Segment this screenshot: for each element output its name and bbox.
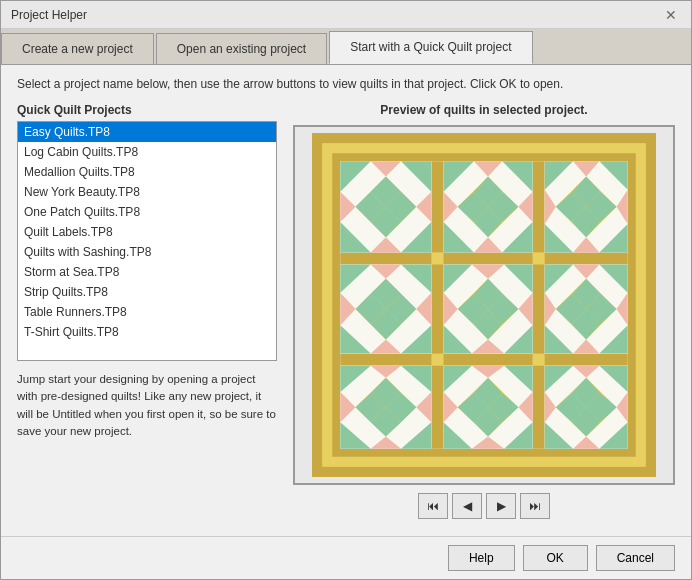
list-item-strip[interactable]: Strip Quilts.TP8 (18, 282, 276, 302)
navigation-buttons: ⏮ ◀ ▶ ⏭ (418, 493, 550, 519)
list-item-log[interactable]: Log Cabin Quilts.TP8 (18, 142, 276, 162)
tab-bar: Create a new project Open an existing pr… (1, 29, 691, 65)
preview-label: Preview of quilts in selected project. (380, 103, 587, 117)
preview-area (293, 125, 675, 485)
svg-rect-11 (533, 354, 545, 366)
main-area: Quick Quilt Projects Easy Quilts.TP8Log … (17, 103, 675, 524)
left-panel: Quick Quilt Projects Easy Quilts.TP8Log … (17, 103, 277, 524)
list-item-easy[interactable]: Easy Quilts.TP8 (18, 122, 276, 142)
content-area: Select a project name below, then use th… (1, 65, 691, 536)
svg-rect-9 (533, 252, 545, 264)
cancel-button[interactable]: Cancel (596, 545, 675, 571)
svg-rect-4 (340, 252, 627, 264)
list-item-storm[interactable]: Storm at Sea.TP8 (18, 262, 276, 282)
list-item-tshirt[interactable]: T-Shirt Quilts.TP8 (18, 322, 276, 342)
list-item-medallion[interactable]: Medallion Quilts.TP8 (18, 162, 276, 182)
main-window: Project Helper ✕ Create a new project Op… (0, 0, 692, 580)
svg-rect-5 (340, 354, 627, 366)
list-item-labels[interactable]: Quilt Labels.TP8 (18, 222, 276, 242)
projects-label: Quick Quilt Projects (17, 103, 277, 117)
window-title: Project Helper (11, 8, 87, 22)
svg-rect-6 (431, 161, 443, 448)
svg-rect-10 (431, 354, 443, 366)
first-button[interactable]: ⏮ (418, 493, 448, 519)
list-item-sashing[interactable]: Quilts with Sashing.TP8 (18, 242, 276, 262)
prev-button[interactable]: ◀ (452, 493, 482, 519)
tab-new[interactable]: Create a new project (1, 33, 154, 64)
list-item-onepatch[interactable]: One Patch Quilts.TP8 (18, 202, 276, 222)
svg-rect-8 (431, 252, 443, 264)
next-button[interactable]: ▶ (486, 493, 516, 519)
help-button[interactable]: Help (448, 545, 515, 571)
list-item-runners[interactable]: Table Runners.TP8 (18, 302, 276, 322)
svg-rect-7 (533, 161, 545, 448)
close-button[interactable]: ✕ (661, 7, 681, 23)
title-bar: Project Helper ✕ (1, 1, 691, 29)
bottom-bar: Help OK Cancel (1, 536, 691, 579)
last-button[interactable]: ⏭ (520, 493, 550, 519)
project-list[interactable]: Easy Quilts.TP8Log Cabin Quilts.TP8Medal… (17, 121, 277, 361)
right-panel: Preview of quilts in selected project. (293, 103, 675, 524)
description-text: Jump start your designing by opening a p… (17, 371, 277, 440)
instruction-text: Select a project name below, then use th… (17, 77, 675, 91)
tab-open[interactable]: Open an existing project (156, 33, 327, 64)
list-item-newyork[interactable]: New York Beauty.TP8 (18, 182, 276, 202)
tab-quick[interactable]: Start with a Quick Quilt project (329, 31, 532, 64)
ok-button[interactable]: OK (523, 545, 588, 571)
